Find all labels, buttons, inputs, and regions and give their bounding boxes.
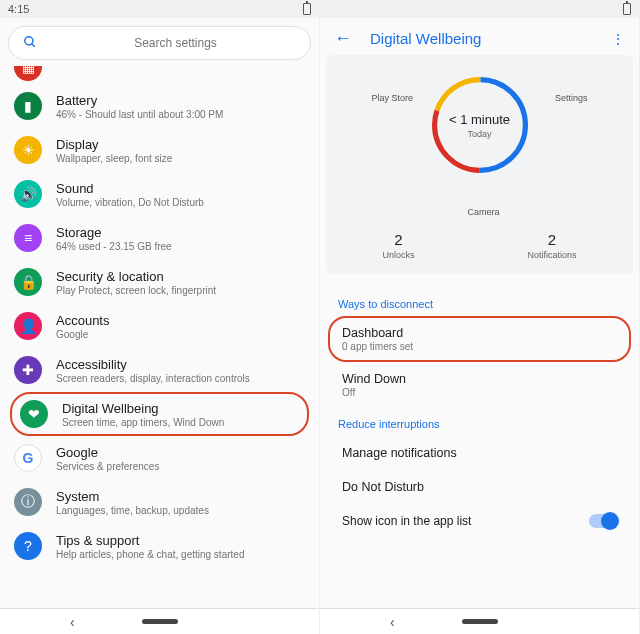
row-show-icon[interactable]: Show icon in the app list	[338, 504, 621, 538]
sound-icon: 🔊	[14, 180, 42, 208]
settings-row-display[interactable]: ☀ DisplayWallpaper, sleep, font size	[8, 128, 311, 172]
donut-center: < 1 minute Today	[420, 65, 540, 185]
search-settings[interactable]: Search settings	[8, 26, 311, 60]
section-disconnect: Ways to disconnect	[338, 288, 621, 316]
settings-row-battery[interactable]: ▮ Battery46% - Should last until about 3…	[8, 84, 311, 128]
accessibility-icon: ✚	[14, 356, 42, 384]
row-dnd[interactable]: Do Not Disturb	[338, 470, 621, 504]
search-icon	[23, 35, 37, 52]
svg-point-0	[25, 36, 33, 44]
help-icon: ?	[14, 532, 42, 560]
usage-time: < 1 minute	[449, 112, 510, 127]
wellbeing-screen: ← Digital Wellbeing ⋮ < 1 minute Today P…	[320, 0, 640, 634]
digital-wellbeing-highlight: ❤ Digital WellbeingScreen time, app time…	[10, 392, 309, 436]
settings-row-accounts[interactable]: 👤 AccountsGoogle	[8, 304, 311, 348]
app-header: ← Digital Wellbeing ⋮	[320, 18, 639, 55]
system-icon: ⓘ	[14, 488, 42, 516]
settings-row-digital-wellbeing[interactable]: ❤ Digital WellbeingScreen time, app time…	[16, 398, 303, 430]
storage-icon: ≡	[14, 224, 42, 252]
app-title: Digital Wellbeing	[370, 30, 593, 47]
nav-bar: ‹	[320, 608, 639, 634]
usage-period: Today	[467, 129, 491, 139]
battery-icon	[303, 3, 311, 15]
settings-row-google[interactable]: G GoogleServices & preferences	[8, 436, 311, 480]
svg-line-1	[32, 43, 35, 46]
settings-screen: 4:15 Search settings ▦ ▮ Battery46% - Sh…	[0, 0, 320, 634]
settings-row-storage[interactable]: ≡ Storage64% used - 23.15 GB free	[8, 216, 311, 260]
status-time: 4:15	[8, 3, 29, 15]
settings-row-accessibility[interactable]: ✚ AccessibilityScreen readers, display, …	[8, 348, 311, 392]
legend-settings: Settings	[555, 93, 588, 103]
battery-row-icon: ▮	[14, 92, 42, 120]
legend-playstore: Play Store	[372, 93, 414, 103]
nav-back-icon[interactable]: ‹	[390, 614, 395, 630]
stat-unlocks[interactable]: 2 Unlocks	[382, 231, 414, 260]
status-bar-right	[320, 0, 639, 18]
settings-list: ▦ ▮ Battery46% - Should last until about…	[0, 66, 319, 568]
search-placeholder: Search settings	[55, 36, 296, 50]
wellbeing-icon: ❤	[20, 400, 48, 428]
back-arrow-icon[interactable]: ←	[334, 28, 352, 49]
settings-row-tips[interactable]: ? Tips & supportHelp articles, phone & c…	[8, 524, 311, 568]
nav-back-icon[interactable]: ‹	[70, 614, 75, 630]
nav-home-pill[interactable]	[462, 619, 498, 624]
settings-row-security[interactable]: 🔒 Security & locationPlay Protect, scree…	[8, 260, 311, 304]
settings-row-sound[interactable]: 🔊 SoundVolume, vibration, Do Not Disturb	[8, 172, 311, 216]
nav-home-pill[interactable]	[142, 619, 178, 624]
lock-icon: 🔒	[14, 268, 42, 296]
overflow-menu-icon[interactable]: ⋮	[611, 31, 625, 47]
status-bar: 4:15	[0, 0, 319, 18]
settings-row-system[interactable]: ⓘ SystemLanguages, time, backup, updates	[8, 480, 311, 524]
accounts-icon: 👤	[14, 312, 42, 340]
battery-icon	[623, 3, 631, 15]
stat-notifications[interactable]: 2 Notifications	[527, 231, 576, 260]
legend-camera: Camera	[468, 207, 500, 217]
apps-icon: ▦	[14, 66, 42, 81]
section-reduce: Reduce interruptions	[338, 408, 621, 436]
row-dashboard[interactable]: Dashboard 0 app timers set	[328, 316, 631, 362]
display-icon: ☀	[14, 136, 42, 164]
nav-bar: ‹	[0, 608, 319, 634]
row-winddown[interactable]: Wind Down Off	[338, 362, 621, 408]
show-icon-toggle[interactable]	[589, 514, 617, 528]
row-manage-notifications[interactable]: Manage notifications	[338, 436, 621, 470]
usage-card: < 1 minute Today Play Store Settings Cam…	[326, 55, 633, 274]
settings-row-partial[interactable]: ▦	[8, 66, 311, 84]
google-icon: G	[14, 444, 42, 472]
